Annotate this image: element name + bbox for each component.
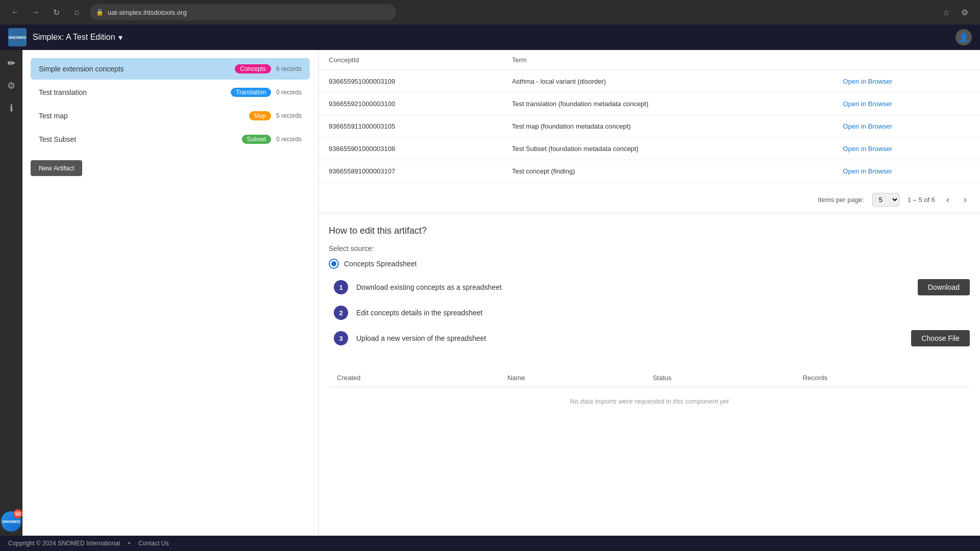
- artifact-name-subset: Test Subset: [39, 135, 237, 143]
- select-source-label: Select source:: [329, 244, 970, 253]
- app-title-text: Simplex: A Test Edition: [33, 33, 115, 42]
- address-url: uat-simplex.ihtsdotools.org: [108, 9, 187, 16]
- step-number-1: 1: [334, 280, 348, 294]
- col-created: Created: [329, 369, 499, 387]
- user-icon[interactable]: 👤: [955, 29, 972, 45]
- col-records: Records: [795, 369, 970, 387]
- star-button[interactable]: ☆: [939, 5, 953, 19]
- concept-id-1: 936655951000003109: [318, 70, 502, 93]
- step-row-2: 2 Edit concepts details in the spreadshe…: [334, 306, 970, 320]
- forward-button[interactable]: →: [29, 5, 43, 19]
- concept-id-5: 936655891000003107: [318, 160, 502, 183]
- col-name: Name: [499, 369, 645, 387]
- footer-contact-link[interactable]: Contact Us: [138, 540, 168, 547]
- badge-map: Map: [249, 111, 271, 120]
- settings-button[interactable]: ⚙: [958, 5, 972, 19]
- download-button[interactable]: Download: [918, 279, 970, 295]
- table-row: 936655951000003109 Asthma - local varian…: [318, 70, 980, 93]
- step-number-2: 2: [334, 306, 348, 320]
- imports-table: Created Name Status Records No data impo…: [329, 369, 970, 415]
- table-row: 936655911000003105 Test map (foundation …: [318, 115, 980, 138]
- col-concept-id: ConceptId: [318, 50, 502, 70]
- open-browser-3[interactable]: Open in Browser: [832, 115, 980, 138]
- no-data-row: No data imports were requested in this c…: [329, 387, 970, 416]
- open-browser-4[interactable]: Open in Browser: [832, 138, 980, 160]
- concept-id-4: 936655901000003108: [318, 138, 502, 160]
- detail-panel: ConceptId Term 936655951000003109 Asthma…: [318, 50, 980, 536]
- app-title-arrow: ▾: [118, 33, 122, 42]
- table-row: 936655901000003108 Test Subset (foundati…: [318, 138, 980, 160]
- app-logo: SNOMED: [8, 28, 27, 46]
- artifact-name-concepts: Simple extension concepts: [39, 65, 230, 73]
- imports-section: Created Name Status Records No data impo…: [318, 369, 980, 425]
- app-title[interactable]: Simplex: A Test Edition ▾: [33, 33, 122, 42]
- browser-bar: ← → ↻ ⌂ 🔒 uat-simplex.ihtsdotools.org ☆ …: [0, 0, 980, 24]
- step-text-2: Edit concepts details in the spreadsheet: [356, 309, 970, 317]
- new-artifact-button[interactable]: New Artifact: [31, 160, 82, 176]
- term-4: Test Subset (foundation metadata concept…: [502, 138, 832, 160]
- step-row-3: 3 Upload a new version of the spreadshee…: [334, 330, 970, 346]
- items-per-page-label: Items per page:: [818, 196, 864, 204]
- step-row-1: 1 Download existing concepts as a spread…: [334, 279, 970, 295]
- term-3: Test map (foundation metadata concept): [502, 115, 832, 138]
- settings-icon-button[interactable]: ⚙: [2, 77, 20, 95]
- artifact-panel: Simple extension concepts Concepts 6 rec…: [22, 50, 318, 536]
- app-footer: Copyright © 2024 SNOMED International • …: [0, 536, 980, 551]
- concept-id-3: 936655911000003105: [318, 115, 502, 138]
- app-header: SNOMED Simplex: A Test Edition ▾ 👤: [0, 24, 980, 50]
- avatar-badge: 50: [13, 509, 22, 518]
- radio-option-spreadsheet[interactable]: Concepts Spreadsheet: [329, 259, 970, 269]
- refresh-button[interactable]: ↻: [49, 5, 63, 19]
- pagination-info: 1 – 5 of 6: [908, 196, 935, 204]
- badge-subset: Subset: [242, 135, 271, 144]
- step-text-3: Upload a new version of the spreadsheet: [356, 334, 903, 342]
- col-term: Term: [502, 50, 832, 70]
- back-button[interactable]: ←: [8, 5, 22, 19]
- open-browser-5[interactable]: Open in Browser: [832, 160, 980, 183]
- edit-section: How to edit this artifact? Select source…: [318, 213, 980, 369]
- term-2: Test translation (foundation metadata co…: [502, 93, 832, 115]
- artifact-item-translation[interactable]: Test translation Translation 0 records: [31, 82, 310, 103]
- concept-id-2: 936655921000003100: [318, 93, 502, 115]
- artifact-item-subset[interactable]: Test Subset Subset 0 records: [31, 129, 310, 150]
- footer-copyright: Copyright © 2024 SNOMED International: [8, 540, 120, 547]
- avatar-container: SNOMED 50: [0, 509, 22, 532]
- col-action: [832, 50, 980, 70]
- term-5: Test concept (finding): [502, 160, 832, 183]
- artifact-name-map: Test map: [39, 112, 244, 120]
- artifact-item-concepts[interactable]: Simple extension concepts Concepts 6 rec…: [31, 58, 310, 80]
- no-data-text: No data imports were requested in this c…: [329, 387, 970, 416]
- next-page-button[interactable]: ›: [961, 193, 970, 206]
- artifact-records-concepts: 6 records: [276, 65, 302, 72]
- table-row: 936655921000003100 Test translation (fou…: [318, 93, 980, 115]
- badge-translation: Translation: [231, 88, 271, 97]
- step-text-1: Download existing concepts as a spreadsh…: [356, 283, 910, 291]
- col-status: Status: [645, 369, 795, 387]
- concept-table: ConceptId Term 936655951000003109 Asthma…: [318, 50, 980, 183]
- choose-file-button[interactable]: Choose File: [911, 330, 970, 346]
- artifact-item-map[interactable]: Test map Map 5 records: [31, 105, 310, 127]
- edit-title: How to edit this artifact?: [329, 226, 970, 236]
- radio-circle-spreadsheet: [329, 259, 339, 269]
- home-button[interactable]: ⌂: [69, 5, 84, 19]
- term-1: Asthma - local variant (disorder): [502, 70, 832, 93]
- address-bar[interactable]: 🔒 uat-simplex.ihtsdotools.org: [90, 4, 396, 20]
- badge-concepts: Concepts: [235, 64, 271, 73]
- radio-label-spreadsheet: Concepts Spreadsheet: [344, 260, 416, 268]
- artifact-records-translation: 0 records: [276, 89, 302, 96]
- prev-page-button[interactable]: ‹: [943, 193, 952, 206]
- steps-container: 1 Download existing concepts as a spread…: [334, 279, 970, 346]
- step-number-3: 3: [334, 331, 348, 345]
- table-row: 936655891000003107 Test concept (finding…: [318, 160, 980, 183]
- artifact-records-map: 5 records: [276, 112, 302, 119]
- info-icon-button[interactable]: ℹ: [2, 99, 20, 117]
- lock-icon: 🔒: [96, 9, 104, 16]
- open-browser-2[interactable]: Open in Browser: [832, 93, 980, 115]
- icon-sidebar: ✏ ⚙ ℹ SNOMED 50: [0, 50, 22, 536]
- items-per-page-select[interactable]: 5 10 25: [872, 193, 899, 207]
- artifact-records-subset: 0 records: [276, 136, 302, 143]
- table-footer: Items per page: 5 10 25 1 – 5 of 6 ‹ ›: [318, 187, 980, 213]
- artifact-name-translation: Test translation: [39, 88, 226, 96]
- open-browser-1[interactable]: Open in Browser: [832, 70, 980, 93]
- edit-icon-button[interactable]: ✏: [2, 54, 20, 72]
